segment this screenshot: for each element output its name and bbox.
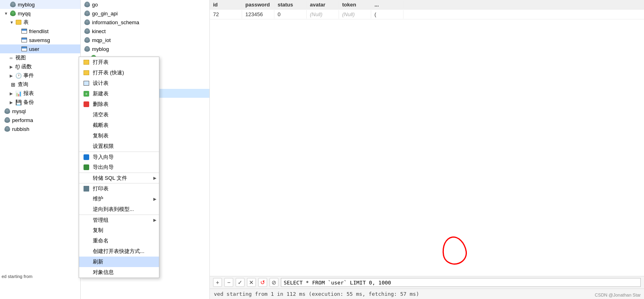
backup-icon: 💾 [15, 99, 22, 105]
menu-copy[interactable]: 复制 [79, 225, 159, 236]
copy2-icon [82, 227, 90, 234]
toggle-icon: ▶ [10, 91, 15, 96]
db-icon [10, 1, 16, 8]
clear-icon [82, 112, 90, 118]
menu-label: 复制 [93, 227, 103, 234]
table-icon [21, 28, 27, 34]
mid-item-go[interactable]: go [81, 0, 209, 9]
sidebar-item-queries[interactable]: ⊞ 查询 [0, 80, 80, 89]
item-label: myblog [18, 2, 35, 8]
menu-manage-group[interactable]: 管理组 ▶ [79, 215, 159, 225]
sidebar-item-views[interactable]: ∞ 视图 [0, 53, 80, 62]
toggle-icon: ▶ [10, 74, 15, 78]
sidebar-item-myblog[interactable]: myblog [0, 0, 80, 9]
mid-item-go-gin-api[interactable]: go_gin_api [81, 9, 209, 18]
table-icon [21, 46, 27, 52]
menu-transfer-sql[interactable]: 转储 SQL 文件 ▶ [79, 173, 159, 183]
menu-copy-table[interactable]: 复制表 [79, 131, 159, 141]
menu-label: 打开表 [93, 59, 109, 66]
sidebar-item-user[interactable]: user [0, 44, 80, 53]
menu-reverse-model[interactable]: 逆向到表到模型... [79, 204, 159, 215]
mid-item-myblog[interactable]: myblog [81, 44, 209, 53]
sidebar-item-mysql[interactable]: mysql [0, 107, 80, 116]
menu-design-table[interactable]: 设计表 [79, 78, 159, 88]
menu-open-fast[interactable]: 打开表 (快速) [79, 67, 159, 78]
col-header-2: password [242, 0, 274, 9]
cell-1-4: (Null) [307, 10, 339, 19]
transfer-icon [82, 175, 90, 181]
item-label: user [29, 46, 39, 52]
sidebar-item-rubbish[interactable]: rubbish [0, 124, 80, 133]
menu-print-table[interactable]: 打印表 [79, 183, 159, 194]
sql-input[interactable] [281, 278, 641, 287]
mid-item-info-schema[interactable]: information_schema [81, 18, 209, 27]
stop-data-btn[interactable]: ⊘ [270, 278, 278, 287]
col-header-4: avatar [307, 0, 339, 9]
save-row-btn[interactable]: ✓ [236, 278, 245, 287]
item-label: myqq [18, 11, 31, 17]
cell-1-5: (Null) [339, 10, 371, 19]
status-text: ved starting from 1 in 112 ms (execution… [214, 291, 419, 297]
open-fast-icon [82, 69, 90, 76]
maintenance-icon [82, 196, 90, 202]
tables-folder-icon [15, 19, 22, 25]
menu-open-table[interactable]: 打开表 [79, 57, 159, 67]
left-status-text1: ed starting from [2, 274, 32, 279]
menu-delete-table[interactable]: 删除表 [79, 99, 159, 109]
menu-label: 打开表 (快速) [93, 69, 124, 76]
menu-new-table[interactable]: + 新建表 [79, 88, 159, 99]
mid-item-kinect[interactable]: kinect [81, 27, 209, 36]
sidebar-item-savemsg[interactable]: savemsg [0, 36, 80, 44]
menu-maintenance[interactable]: 维护 ▶ [79, 194, 159, 204]
sidebar-item-events[interactable]: ▶ 🕐 事件 [0, 71, 80, 80]
sidebar-item-friendlist[interactable]: friendlist [0, 27, 80, 36]
open-icon [82, 59, 90, 65]
add-row-btn[interactable]: + [213, 278, 222, 287]
cell-1-6: ( [371, 10, 404, 19]
menu-label: 打印表 [93, 185, 109, 192]
sidebar-item-reports[interactable]: ▶ 📊 报表 [0, 89, 80, 98]
toggle-icon: ▼ [10, 20, 15, 25]
menu-clear-table[interactable]: 清空表 [79, 109, 159, 120]
db-icon [4, 126, 10, 132]
item-label: information_schema [92, 19, 139, 25]
right-bottom-toolbar: + − ✓ ✕ ↺ ⊘ [210, 276, 644, 288]
refresh-data-btn[interactable]: ↺ [258, 278, 267, 287]
sidebar-item-myqq[interactable]: ▼ myqq [0, 9, 80, 18]
menu-object-info[interactable]: 对象信息 [79, 267, 159, 278]
toggle-icon: ▼ [4, 11, 10, 16]
item-label: go_gin_api [92, 11, 118, 17]
func-icon: f() [15, 64, 20, 69]
sidebar-item-tables-folder[interactable]: ▼ 表 [0, 18, 80, 27]
context-menu: 打开表 打开表 (快速) 设计表 + 新建表 删除表 清空表 截断表 复制表 [79, 57, 159, 278]
menu-truncate-table[interactable]: 截断表 [79, 120, 159, 131]
sidebar-item-performance[interactable]: performa [0, 116, 80, 124]
query-icon: ⊞ [10, 81, 16, 88]
design-icon [82, 80, 90, 86]
item-label: 报表 [23, 90, 34, 97]
menu-set-permission[interactable]: 设置权限 [79, 141, 159, 152]
import-icon [82, 154, 90, 160]
sidebar-item-backup[interactable]: ▶ 💾 备份 [0, 98, 80, 107]
mid-item-mqp-iot[interactable]: mqp_iot [81, 36, 209, 44]
menu-label: 清空表 [93, 111, 109, 118]
submenu-arrow: ▶ [153, 197, 157, 201]
menu-rename[interactable]: 重命名 [79, 236, 159, 246]
menu-import-wizard[interactable]: 导入向导 [79, 152, 159, 162]
item-label: 函数 [21, 63, 32, 70]
left-status-label1: ed starting from [2, 274, 32, 279]
sidebar-item-functions[interactable]: ▶ f() 函数 [0, 62, 80, 71]
menu-refresh[interactable]: 刷新 [79, 257, 159, 267]
menu-export-wizard[interactable]: 导出向导 [79, 162, 159, 173]
refresh-icon [82, 259, 90, 265]
col-header-5: token [339, 0, 371, 9]
col-header-6: ... [371, 0, 404, 9]
menu-label: 设置权限 [93, 143, 114, 150]
item-label: mqp_iot [92, 37, 111, 43]
del-row-btn[interactable]: − [224, 278, 233, 287]
new-icon: + [82, 91, 90, 97]
cancel-row-btn[interactable]: ✕ [247, 278, 256, 287]
menu-create-shortcut[interactable]: 创建打开表快捷方式... [79, 246, 159, 257]
toggle-icon: ▶ [10, 65, 15, 69]
model-icon [82, 206, 90, 213]
